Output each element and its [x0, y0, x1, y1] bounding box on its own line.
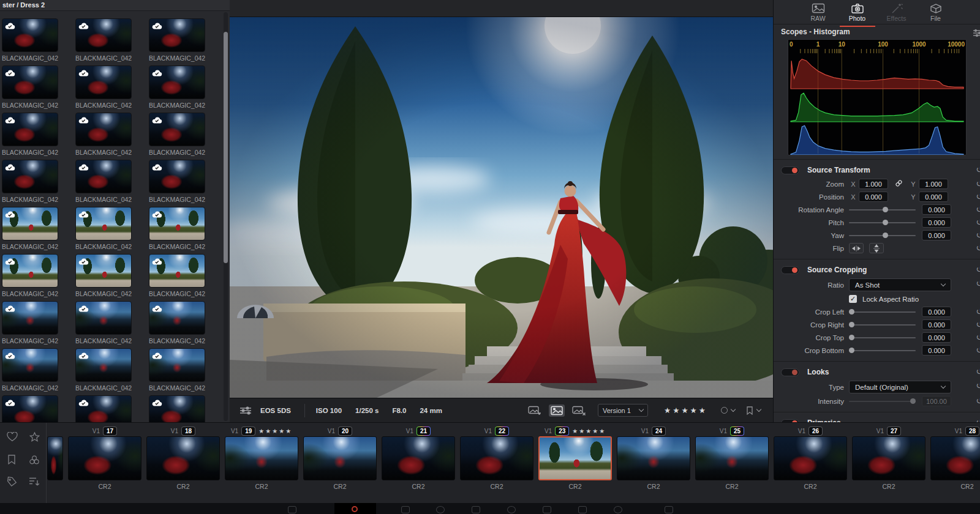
reset-icon[interactable]: ↺ — [976, 380, 980, 391]
reset-icon[interactable]: ↺ — [976, 191, 980, 202]
filmstrip-item[interactable]: V120CR2 — [303, 423, 377, 504]
star-icon[interactable] — [29, 432, 40, 444]
reset-icon[interactable]: ↺ — [976, 204, 980, 215]
sort-icon[interactable] — [29, 477, 40, 489]
library-thumbnail[interactable] — [149, 348, 205, 382]
dock-active-tile[interactable] — [334, 503, 376, 514]
library-thumbnail[interactable] — [75, 113, 132, 146]
crop-top-slider[interactable] — [849, 332, 916, 343]
photo-preview[interactable] — [230, 17, 773, 398]
source-cropping-toggle[interactable] — [781, 266, 799, 274]
dock-record-icon[interactable] — [352, 506, 358, 512]
crop-top-field[interactable]: 0.000 — [922, 332, 951, 343]
yaw-slider[interactable] — [849, 230, 916, 240]
library-thumbnail[interactable] — [149, 395, 205, 422]
library-thumbnail[interactable] — [2, 160, 58, 193]
crop-right-slider[interactable] — [849, 319, 916, 330]
library-thumbnail[interactable] — [2, 207, 58, 240]
filmstrip-thumbnail[interactable] — [538, 436, 612, 480]
library-thumbnail[interactable] — [75, 207, 132, 240]
library-thumbnail[interactable] — [149, 301, 205, 335]
filmstrip-thumbnail[interactable] — [303, 436, 377, 480]
zoom-x-field[interactable]: 1.000 — [859, 179, 888, 189]
color-wheels-icon[interactable] — [29, 455, 40, 467]
flip-vertical-button[interactable] — [869, 243, 884, 253]
filmstrip-item[interactable]: V118CR2 — [146, 423, 220, 504]
dock-icon[interactable] — [543, 506, 551, 513]
dock-icon[interactable] — [614, 506, 622, 513]
filmstrip-item[interactable]: V121CR2 — [382, 423, 455, 504]
reset-icon[interactable]: ↺ — [976, 366, 980, 377]
library-thumbnail[interactable] — [75, 301, 132, 335]
filmstrip-thumbnail[interactable] — [930, 436, 980, 480]
library-thumbnail[interactable] — [2, 113, 58, 146]
reset-icon[interactable]: ↺ — [976, 319, 980, 330]
reset-icon[interactable]: ↺ — [976, 417, 980, 422]
filmstrip-item[interactable]: V117CR2 — [68, 423, 141, 504]
rotation-slider[interactable] — [849, 204, 916, 215]
reset-icon[interactable]: ↺ — [976, 242, 980, 253]
filmstrip-item[interactable]: V124CR2 — [617, 423, 690, 504]
dock-icon[interactable] — [436, 506, 445, 513]
image-reject-icon[interactable] — [571, 404, 587, 417]
flip-horizontal-button[interactable] — [849, 243, 864, 253]
metadata-sliders-icon[interactable] — [238, 405, 253, 416]
dock-icon[interactable] — [507, 506, 516, 513]
position-x-field[interactable]: 0.000 — [859, 192, 888, 202]
library-thumbnail[interactable] — [2, 65, 58, 99]
filmstrip-item[interactable]: V119★★★★★CR2 — [225, 423, 298, 504]
filmstrip-thumbnail[interactable] — [852, 436, 925, 480]
version-dropdown[interactable]: Version 1 — [598, 404, 648, 417]
crop-right-field[interactable]: 0.000 — [922, 319, 951, 330]
filmstrip-thumbnail[interactable] — [774, 436, 847, 480]
library-thumbnail[interactable] — [149, 65, 205, 99]
lock-aspect-checkbox[interactable]: ✓ — [849, 295, 857, 303]
filmstrip-item[interactable]: V123★★★★★CR2 — [538, 423, 612, 504]
pitch-slider[interactable] — [849, 217, 916, 228]
flag-dropdown[interactable] — [746, 406, 761, 415]
tab-raw[interactable]: RAW — [804, 2, 833, 24]
filmstrip-thumbnail[interactable] — [617, 436, 690, 480]
crop-left-slider[interactable] — [849, 307, 916, 317]
library-scrollbar-thumb[interactable] — [224, 32, 228, 263]
dock-icon[interactable] — [472, 506, 480, 513]
library-thumbnail[interactable] — [149, 207, 205, 240]
filmstrip-item[interactable]: V126CR2 — [774, 423, 847, 504]
tag-icon[interactable] — [7, 477, 17, 489]
rating-stars[interactable]: ★★★★★ — [664, 406, 707, 415]
reset-icon[interactable]: ↺ — [976, 178, 980, 189]
image-favorite-icon[interactable] — [527, 404, 543, 417]
dock-icon[interactable] — [578, 506, 587, 513]
reset-icon[interactable]: ↺ — [976, 264, 980, 275]
intensity-slider[interactable] — [849, 396, 916, 406]
source-transform-toggle[interactable] — [781, 166, 799, 174]
dock-icon[interactable] — [288, 506, 296, 513]
filmstrip-thumbnail[interactable] — [146, 436, 220, 480]
library-thumbnail[interactable] — [75, 395, 132, 422]
filmstrip-item[interactable]: V125CR2 — [695, 423, 769, 504]
filmstrip-item[interactable]: V128CR2 — [930, 423, 980, 504]
library-thumbnail[interactable] — [149, 113, 205, 146]
library-thumbnail[interactable] — [2, 18, 58, 52]
library-scrollbar[interactable] — [224, 12, 228, 421]
rotation-field[interactable]: 0.000 — [922, 204, 951, 215]
library-thumbnail[interactable] — [149, 160, 205, 193]
dock-icon[interactable] — [665, 506, 673, 513]
library-thumbnail[interactable] — [2, 348, 58, 382]
filmstrip-item-partial[interactable] — [47, 423, 63, 504]
library-thumbnail[interactable] — [149, 18, 205, 52]
reset-icon[interactable]: ↺ — [976, 306, 980, 317]
library-thumbnail[interactable] — [2, 301, 58, 335]
filmstrip-item[interactable]: V122CR2 — [460, 423, 533, 504]
tab-file[interactable]: File — [921, 2, 951, 24]
filmstrip-thumbnail[interactable] — [225, 436, 298, 480]
reset-icon[interactable]: ↺ — [976, 332, 980, 343]
reset-icon[interactable]: ↺ — [976, 217, 980, 228]
pitch-field[interactable]: 0.000 — [922, 217, 951, 228]
library-thumbnail[interactable] — [75, 18, 132, 52]
looks-toggle[interactable] — [781, 368, 799, 376]
filmstrip-thumbnail[interactable] — [382, 436, 455, 480]
filmstrip-thumbnail[interactable] — [68, 436, 141, 480]
filmstrip-thumbnail[interactable] — [695, 436, 769, 480]
library-thumbnail[interactable] — [75, 348, 132, 382]
